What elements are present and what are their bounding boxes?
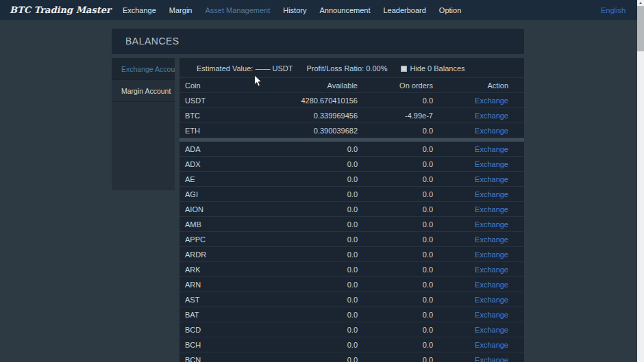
summary-row: Estimated Value: —— USDT Profit/Loss Rat… — [179, 58, 524, 77]
table-row: ARDR0.00.0Exchange — [179, 247, 524, 262]
nav-item-history[interactable]: History — [283, 6, 306, 14]
exchange-link[interactable]: Exchange — [475, 190, 508, 198]
table-header-row: Coin Available On orders Action — [179, 77, 524, 93]
exchange-link[interactable]: Exchange — [475, 311, 508, 319]
table-row: BCH0.00.0Exchange — [179, 337, 524, 352]
sidebar-item-margin-account[interactable]: Margin Account — [112, 80, 175, 102]
coin-name: AST — [179, 296, 282, 304]
exchange-link[interactable]: Exchange — [475, 160, 508, 168]
available-balance: 0.0 — [282, 145, 358, 153]
available-balance: 0.0 — [282, 296, 358, 304]
language-selector[interactable]: English — [601, 6, 626, 14]
coin-name: BTC — [179, 112, 282, 120]
action-cell: Exchange — [433, 341, 508, 349]
hide-zero-checkbox[interactable] — [401, 66, 407, 72]
table-row: ARK0.00.0Exchange — [179, 262, 524, 277]
header-on-orders: On orders — [358, 81, 433, 90]
exchange-link[interactable]: Exchange — [475, 220, 508, 229]
action-cell: Exchange — [433, 281, 508, 289]
exchange-link[interactable]: Exchange — [475, 96, 508, 105]
balances-table-body: USDT4280.6704101560.0ExchangeBTC0.339969… — [179, 93, 524, 362]
coin-name: AGI — [179, 190, 282, 198]
account-sidebar: Exchange AccountMargin Account — [112, 58, 175, 190]
on-orders-balance: 0.0 — [358, 160, 433, 168]
scrollbar-thumb[interactable] — [637, 6, 644, 51]
sidebar-item-exchange-account[interactable]: Exchange Account — [112, 58, 175, 80]
estimated-value-label: Estimated Value: —— USDT — [197, 64, 293, 73]
available-balance: 0.0 — [282, 175, 358, 183]
exchange-link[interactable]: Exchange — [475, 341, 508, 349]
on-orders-balance: 0.0 — [358, 341, 433, 349]
exchange-link[interactable]: Exchange — [475, 250, 508, 259]
scrollbar-up-arrow-icon[interactable]: ▲ — [637, 0, 644, 6]
exchange-link[interactable]: Exchange — [475, 266, 508, 274]
available-balance: 0.0 — [282, 205, 358, 214]
table-row: ADA0.00.0Exchange — [179, 142, 524, 157]
table-row: AMB0.00.0Exchange — [179, 217, 524, 232]
top-navbar: BTC Trading Master ExchangeMarginAsset M… — [0, 0, 644, 20]
exchange-link[interactable]: Exchange — [475, 145, 508, 153]
table-row: USDT4280.6704101560.0Exchange — [179, 93, 524, 108]
nav-item-asset-management[interactable]: Asset Management — [205, 6, 270, 14]
coin-name: ARN — [179, 281, 282, 289]
available-balance: 0.390039682 — [282, 127, 358, 135]
on-orders-balance: 0.0 — [358, 326, 433, 334]
nav-item-announcement[interactable]: Announcement — [319, 6, 370, 14]
table-row: BAT0.00.0Exchange — [179, 307, 524, 322]
table-row: ARN0.00.0Exchange — [179, 277, 524, 292]
exchange-link[interactable]: Exchange — [475, 235, 508, 244]
nav-item-leaderboard[interactable]: Leaderboard — [383, 6, 425, 14]
header-available: Available — [282, 81, 358, 90]
coin-name: BCH — [179, 341, 282, 349]
available-balance: 0.0 — [282, 160, 358, 168]
table-row: AION0.00.0Exchange — [179, 202, 524, 217]
action-cell: Exchange — [433, 96, 508, 105]
on-orders-balance: 0.0 — [358, 250, 433, 259]
page-content: BALANCES Exchange AccountMargin Account … — [112, 29, 524, 362]
table-row: ADX0.00.0Exchange — [179, 157, 524, 172]
exchange-link[interactable]: Exchange — [475, 356, 508, 362]
hide-zero-wrap: Hide 0 Balances — [401, 64, 465, 73]
brand-logo[interactable]: BTC Trading Master — [10, 5, 111, 15]
coin-name: ARK — [179, 266, 282, 274]
action-cell: Exchange — [433, 326, 508, 334]
action-cell: Exchange — [433, 190, 508, 198]
nav-item-margin[interactable]: Margin — [169, 6, 193, 14]
exchange-link[interactable]: Exchange — [475, 175, 508, 183]
main-row: Exchange AccountMargin Account Estimated… — [112, 58, 524, 362]
navbar-right: English — [601, 6, 626, 14]
exchange-link[interactable]: Exchange — [475, 296, 508, 304]
available-balance: 0.339969456 — [282, 112, 358, 120]
coin-name: BCN — [179, 356, 282, 362]
action-cell: Exchange — [433, 296, 508, 304]
action-cell: Exchange — [433, 205, 508, 214]
available-balance: 0.0 — [282, 220, 358, 229]
nav-item-exchange[interactable]: Exchange — [123, 6, 156, 14]
exchange-link[interactable]: Exchange — [475, 112, 508, 120]
coin-name: USDT — [179, 96, 282, 105]
table-row: ETH0.3900396820.0Exchange — [179, 123, 524, 138]
action-cell: Exchange — [433, 356, 508, 362]
exchange-link[interactable]: Exchange — [475, 281, 508, 289]
coin-name: BCD — [179, 326, 282, 334]
exchange-link[interactable]: Exchange — [475, 326, 508, 334]
on-orders-balance: 0.0 — [358, 235, 433, 244]
exchange-link[interactable]: Exchange — [475, 127, 508, 135]
coin-name: ETH — [179, 127, 282, 135]
on-orders-balance: 0.0 — [358, 127, 433, 135]
nav-item-option[interactable]: Option — [439, 6, 461, 14]
on-orders-balance: 0.0 — [358, 311, 433, 319]
action-cell: Exchange — [433, 112, 508, 120]
coin-name: ARDR — [179, 250, 282, 259]
available-balance: 0.0 — [282, 190, 358, 198]
header-action: Action — [433, 81, 508, 90]
vertical-scrollbar[interactable]: ▲ — [637, 0, 644, 362]
on-orders-balance: 0.0 — [358, 296, 433, 304]
table-row: AST0.00.0Exchange — [179, 292, 524, 307]
table-row: AGI0.00.0Exchange — [179, 187, 524, 202]
exchange-link[interactable]: Exchange — [475, 205, 508, 214]
coin-name: AMB — [179, 220, 282, 229]
on-orders-balance: 0.0 — [358, 266, 433, 274]
on-orders-balance: 0.0 — [358, 205, 433, 214]
on-orders-balance: 0.0 — [358, 220, 433, 229]
